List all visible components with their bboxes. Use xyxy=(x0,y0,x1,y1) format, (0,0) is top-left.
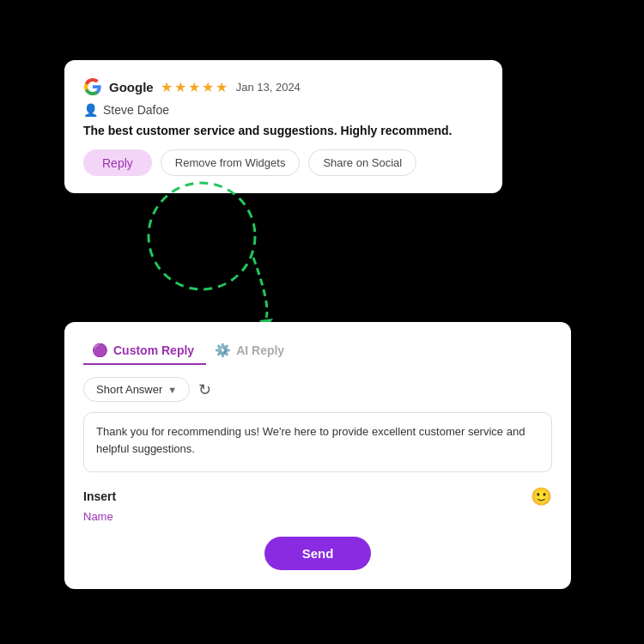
name-field-label[interactable]: Name xyxy=(83,510,552,523)
star-3: ★ xyxy=(188,79,200,95)
ai-reply-label: AI Reply xyxy=(236,343,284,357)
tab-custom-reply[interactable]: 🟣 Custom Reply xyxy=(83,337,206,365)
star-1: ★ xyxy=(161,79,173,95)
send-button[interactable]: Send xyxy=(264,537,372,570)
person-icon: 👤 xyxy=(83,103,98,117)
svg-point-0 xyxy=(149,183,255,289)
google-icon xyxy=(83,77,102,96)
answer-type-dropdown[interactable]: Short Answer ▼ xyxy=(83,377,190,402)
reply-textarea[interactable]: Thank you for recommending us! We're her… xyxy=(83,412,552,472)
review-actions: Reply Remove from Widgets Share on Socia… xyxy=(83,149,483,176)
reply-panel: 🟣 Custom Reply ⚙️ AI Reply Short Answer … xyxy=(64,322,571,589)
platform-label: Google xyxy=(109,80,154,94)
reply-button[interactable]: Reply xyxy=(83,149,152,176)
reviewer-name: Steve Dafoe xyxy=(103,103,169,117)
review-card: Google ★ ★ ★ ★ ★ Jan 13, 2024 👤 Steve Da… xyxy=(64,60,502,193)
insert-row: Insert 🙂 xyxy=(83,486,552,507)
reviewer-name-row: 👤 Steve Dafoe xyxy=(83,103,483,117)
tab-ai-reply[interactable]: ⚙️ AI Reply xyxy=(206,337,296,365)
star-5: ★ xyxy=(216,79,228,95)
share-on-social-button[interactable]: Share on Social xyxy=(308,149,416,176)
refresh-icon[interactable]: ↻ xyxy=(198,380,211,399)
chevron-down-icon: ▼ xyxy=(167,385,177,395)
custom-reply-label: Custom Reply xyxy=(113,343,194,357)
custom-reply-icon: 🟣 xyxy=(92,343,108,358)
star-2: ★ xyxy=(174,79,186,95)
review-header: Google ★ ★ ★ ★ ★ Jan 13, 2024 xyxy=(83,77,483,96)
send-row: Send xyxy=(83,537,552,570)
ai-reply-icon: ⚙️ xyxy=(215,343,231,358)
star-4: ★ xyxy=(202,79,214,95)
remove-from-widgets-button[interactable]: Remove from Widgets xyxy=(161,149,301,176)
emoji-icon[interactable]: 🙂 xyxy=(531,486,552,507)
review-text: The best customer service and suggestion… xyxy=(83,124,483,137)
reply-tabs: 🟣 Custom Reply ⚙️ AI Reply xyxy=(83,337,552,365)
dropdown-selected-label: Short Answer xyxy=(96,383,162,396)
star-rating: ★ ★ ★ ★ ★ xyxy=(161,79,228,95)
answer-type-row: Short Answer ▼ ↻ xyxy=(83,377,552,402)
review-date: Jan 13, 2024 xyxy=(236,81,301,94)
insert-label: Insert xyxy=(83,489,116,503)
